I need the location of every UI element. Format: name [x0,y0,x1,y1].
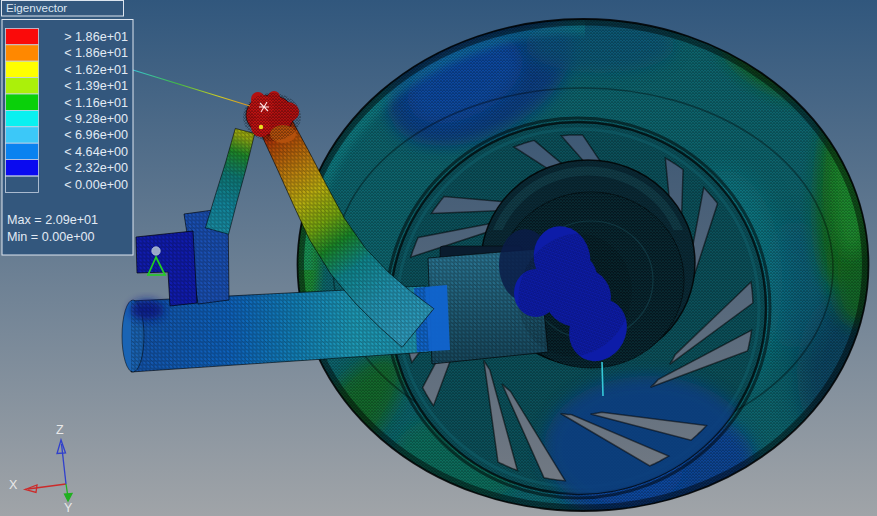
svg-text:< 9.28e+00: < 9.28e+00 [64,112,128,126]
svg-text:< 1.39e+01: < 1.39e+01 [64,79,128,93]
svg-text:< 4.64e+00: < 4.64e+00 [64,145,128,159]
svg-text:Y: Y [64,501,73,515]
svg-text:< 1.62e+01: < 1.62e+01 [64,63,128,77]
svg-text:Z: Z [56,423,64,437]
svg-text:< 0.00e+00: < 0.00e+00 [64,178,128,192]
svg-text:Max = 2.09e+01: Max = 2.09e+01 [7,213,98,227]
svg-text:< 1.86e+01: < 1.86e+01 [64,46,128,60]
svg-text:X: X [9,478,18,492]
svg-text:< 1.16e+01: < 1.16e+01 [64,96,128,110]
svg-text:< 2.32e+00: < 2.32e+00 [64,161,128,175]
svg-text:< 6.96e+00: < 6.96e+00 [64,128,128,142]
svg-text:Min = 0.00e+00: Min = 0.00e+00 [7,230,95,244]
svg-text:> 1.86e+01: > 1.86e+01 [64,30,128,44]
svg-text:Eigenvector: Eigenvector [6,1,67,14]
